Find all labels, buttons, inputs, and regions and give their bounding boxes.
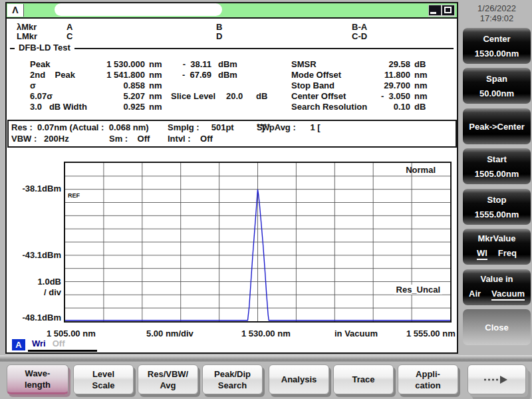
center-button-label: Center	[483, 34, 510, 44]
toolbar-divider	[0, 355, 532, 362]
stop-button-value: 1555.00nm	[475, 209, 519, 219]
arrow-right-icon	[482, 374, 511, 386]
menu-application-button[interactable]: Appli- cation	[398, 364, 458, 394]
peak-label: Peak	[30, 59, 50, 69]
mode-offset-value: 11.800	[319, 70, 410, 80]
search-resolution-value: 0.10	[319, 102, 410, 112]
mode-offset-unit: nm	[414, 70, 428, 80]
marker-value-freq-option[interactable]: Freq	[498, 248, 517, 260]
sweep-average-close: ]	[257, 122, 265, 132]
close-button[interactable]: Close	[463, 309, 531, 345]
menu-level-scale-line2: Scale	[92, 380, 115, 390]
smsr-unit: dB	[414, 59, 426, 69]
menu-res-vbw-avg-line1: Res/VBW/	[148, 369, 188, 379]
menu-res-vbw-avg-button[interactable]: Res/VBW/ Avg	[138, 364, 198, 394]
osa-screen: Λ λMkr A B B-A LMkr C D C-D DFB-LD Test …	[0, 0, 532, 399]
start-button-label: Start	[487, 154, 507, 164]
x-axis-div-label: 5.00 nm/div	[146, 329, 194, 338]
menu-level-scale-line1: Level	[92, 369, 114, 379]
menu-more-button[interactable]	[467, 364, 526, 394]
measurement-row: 6.07σ 5.207 nm Slice Level 20.0 dB Cente…	[7, 91, 459, 102]
menu-trace-label: Trace	[352, 374, 375, 384]
app-logo-icon: Λ	[7, 4, 24, 17]
width-3db-value: 0.925	[60, 102, 145, 112]
y-axis-ref-label: -38.1dBm	[9, 184, 61, 194]
value-in-vacuum-option[interactable]: Vacuum	[491, 289, 525, 301]
start-button[interactable]: Start 1505.00nm	[463, 148, 531, 184]
span-button[interactable]: Span 50.00nm	[463, 68, 531, 104]
level-marker-label: LMkr	[17, 31, 37, 41]
analysis-section-title: DFB-LD Test	[15, 43, 74, 53]
span-button-label: Span	[486, 74, 507, 84]
second-peak-wavelength: 1 541.800	[60, 70, 145, 80]
peak-to-center-button[interactable]: Peak->Center	[463, 108, 531, 144]
datetime-display: 1/26/2022 17:49:02	[464, 3, 529, 23]
center-offset-unit: nm	[414, 91, 428, 101]
sigma-unit: nm	[149, 80, 162, 90]
stop-band-unit: nm	[414, 80, 428, 90]
interval-setting: Intvl : Off	[168, 134, 213, 144]
peak-level-unit: dBm	[218, 59, 237, 69]
x-axis-center-label: 1 530.00 nm	[241, 329, 291, 338]
smoothing-setting: Sm : Off	[109, 134, 150, 144]
x-axis-start-label: 1 505.00 nm	[47, 329, 96, 338]
marker-value-button[interactable]: MkrValue Wl Freq	[463, 229, 531, 265]
vbw-setting: VBW : 200Hz	[11, 134, 69, 144]
second-peak-level: - 67.69	[165, 70, 211, 80]
value-in-button[interactable]: Value in Air Vacuum	[463, 269, 531, 305]
menu-analysis-button[interactable]: Analysis	[269, 364, 329, 394]
measurement-row: Peak 1 530.000 nm - 38.11 dBm SMSR 29.58…	[7, 59, 459, 70]
marker-value-label: MkrValue	[477, 233, 515, 243]
value-in-label: Value in	[480, 274, 513, 284]
menu-analysis-label: Analysis	[281, 374, 317, 384]
menu-peak-dip-search-button[interactable]: Peak/Dip Search	[202, 364, 263, 394]
marker-value-wl-option[interactable]: Wl	[477, 248, 487, 260]
measurement-row: 2nd Peak 1 541.800 nm - 67.69 dBm Mode O…	[7, 70, 459, 80]
y-axis-bottom-label: -48.1dBm	[9, 313, 61, 323]
window-title-blank	[55, 3, 222, 16]
menu-wavelength-button[interactable]: Wave- length	[7, 364, 68, 394]
main-panel: Λ λMkr A B B-A LMkr C D C-D DFB-LD Test …	[5, 2, 458, 354]
width-3db-unit: nm	[149, 102, 162, 112]
trace-off-label: Off	[53, 338, 65, 348]
menu-wavelength-line2: length	[25, 380, 51, 390]
date-label: 1/26/2022	[464, 3, 529, 13]
x-axis-stop-label: 1 555.00 nm	[406, 329, 456, 338]
menu-application-line2: cation	[415, 380, 440, 390]
peak-to-center-label: Peak->Center	[469, 122, 524, 132]
smsr-value: 29.58	[319, 59, 410, 69]
y-axis-scale-div-label: / div	[9, 287, 61, 297]
peak-level: - 38.11	[165, 59, 211, 69]
six-sigma-unit: nm	[149, 91, 162, 101]
sigma-label: σ	[30, 80, 36, 90]
window-titlebar: Λ	[7, 3, 457, 19]
minimize-button[interactable]	[429, 5, 441, 15]
center-button[interactable]: Center 1530.00nm	[463, 28, 531, 64]
menu-wavelength-line1: Wave-	[25, 368, 51, 378]
minimize-icon	[430, 12, 436, 14]
section-divider	[10, 48, 454, 49]
six-sigma-value: 5.207	[60, 91, 145, 101]
start-button-value: 1505.00nm	[475, 169, 519, 179]
peak-wavelength-unit: nm	[149, 59, 162, 69]
menu-trace-button[interactable]: Trace	[333, 364, 394, 394]
resolution-setting: Res : 0.07nm (Actual : 0.068 nm)	[11, 122, 149, 132]
trace-memory-badge: A	[12, 339, 25, 350]
stop-band-value: 29.700	[319, 80, 410, 90]
stop-button-label: Stop	[487, 195, 507, 205]
smsr-label: SMSR	[291, 59, 317, 69]
marker-cd-label: C-D	[352, 31, 367, 41]
lambda-marker-label: λMkr	[17, 22, 37, 32]
menu-level-scale-button[interactable]: Level Scale	[73, 364, 134, 394]
marker-b-label: B	[216, 22, 222, 32]
ref-level-label: REF	[67, 192, 80, 199]
value-in-air-option[interactable]: Air	[469, 289, 481, 301]
trace-write-status: WriOff	[28, 338, 97, 352]
peak-wavelength: 1 530.000	[60, 59, 145, 69]
menu-peak-dip-search-line1: Peak/Dip	[214, 369, 251, 379]
maximize-button[interactable]	[442, 5, 454, 15]
stop-button[interactable]: Stop 1555.00nm	[463, 189, 531, 225]
menu-res-vbw-avg-line2: Avg	[160, 380, 176, 390]
sweep-settings-box: Res : 0.07nm (Actual : 0.068 nm) Smplg :…	[7, 120, 457, 148]
res-uncal-label: Res_Uncal	[394, 285, 442, 295]
